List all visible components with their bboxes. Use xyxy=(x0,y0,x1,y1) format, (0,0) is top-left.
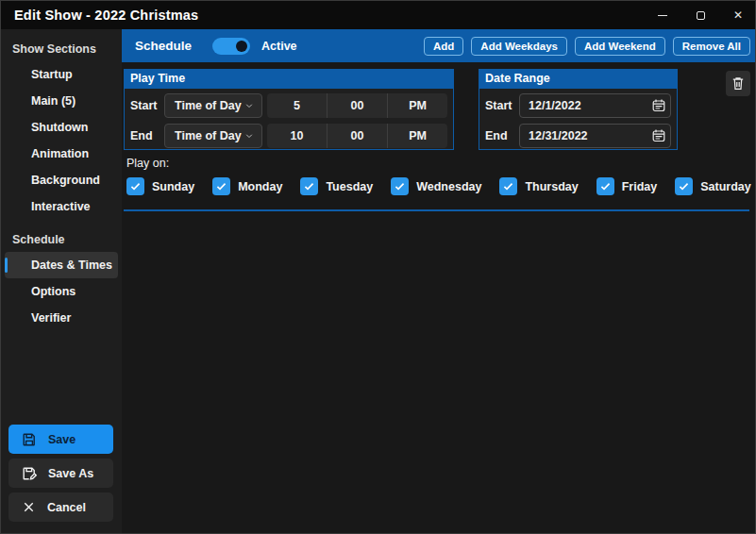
sidebar: Show Sections Startup Main (5) Shutdown … xyxy=(1,29,122,534)
show-sections-header: Show Sections xyxy=(1,29,122,61)
start-time-mode-value: Time of Day xyxy=(175,99,242,112)
day-checkbox-monday[interactable]: Monday xyxy=(212,177,282,195)
sidebar-item-startup[interactable]: Startup xyxy=(5,61,118,88)
calendar-icon xyxy=(651,98,666,113)
trash-icon xyxy=(731,75,746,92)
chevron-down-icon xyxy=(244,131,254,141)
schedule-bar-title: Schedule xyxy=(135,39,192,53)
end-label: End xyxy=(130,129,164,142)
end-date-calendar-button[interactable] xyxy=(651,128,666,143)
active-toggle[interactable] xyxy=(212,38,250,55)
day-checkbox-thursday[interactable]: Thursday xyxy=(499,177,578,195)
date-range-panel-header: Date Range xyxy=(479,70,677,89)
day-checkbox-saturday[interactable]: Saturday xyxy=(675,177,751,195)
section-divider xyxy=(124,209,749,211)
save-label: Save xyxy=(48,433,76,446)
start-hour-field[interactable]: 5 xyxy=(267,93,327,118)
schedule-header: Schedule xyxy=(1,220,122,252)
calendar-icon xyxy=(651,128,666,143)
checkbox-checked-icon xyxy=(675,177,693,195)
day-label: Monday xyxy=(238,180,282,193)
save-floppy-icon xyxy=(22,432,37,447)
start-label: Start xyxy=(485,99,519,112)
remove-all-button[interactable]: Remove All xyxy=(673,37,750,56)
start-date-calendar-button[interactable] xyxy=(651,98,666,113)
start-date-input[interactable] xyxy=(519,93,671,118)
maximize-button[interactable] xyxy=(681,1,719,29)
end-date-wrap xyxy=(519,124,671,148)
checkbox-checked-icon xyxy=(300,177,318,195)
active-toggle-label: Active xyxy=(261,40,297,53)
play-on-days-row: Sunday Monday Tuesday Wednesday Thursday… xyxy=(126,177,751,195)
date-range-start-row: Start xyxy=(485,93,671,118)
cancel-x-icon xyxy=(22,500,36,514)
close-icon: ✕ xyxy=(733,9,743,21)
day-checkbox-friday[interactable]: Friday xyxy=(596,177,658,195)
delete-schedule-button[interactable] xyxy=(726,71,750,96)
sidebar-item-background[interactable]: Background xyxy=(5,167,118,193)
edit-show-window: Edit Show - 2022 Christmas ✕ Show Sectio… xyxy=(0,0,756,534)
minimize-icon xyxy=(658,15,667,16)
day-checkbox-wednesday[interactable]: Wednesday xyxy=(391,177,481,195)
start-date-wrap xyxy=(519,93,671,118)
window-title: Edit Show - 2022 Christmas xyxy=(1,8,198,23)
play-time-panel: Play Time Start Time of Day 5 00 PM End xyxy=(124,69,454,150)
end-date-input[interactable] xyxy=(519,124,671,148)
end-minute-field[interactable]: 00 xyxy=(327,124,387,148)
checkbox-checked-icon xyxy=(126,177,144,195)
day-label: Friday xyxy=(622,180,658,193)
end-ampm-field[interactable]: PM xyxy=(387,124,447,148)
cancel-button[interactable]: Cancel xyxy=(8,492,113,522)
sidebar-item-dates-times[interactable]: Dates & Times xyxy=(5,252,118,278)
minimize-button[interactable] xyxy=(644,1,681,29)
chevron-down-icon xyxy=(244,101,254,110)
add-button[interactable]: Add xyxy=(424,37,463,56)
schedule-bar: Schedule Active Add Add Weekdays Add Wee… xyxy=(122,29,756,62)
play-time-panel-header: Play Time xyxy=(125,70,453,89)
day-label: Saturday xyxy=(700,180,751,193)
checkbox-checked-icon xyxy=(596,177,614,195)
save-as-button[interactable]: Save As xyxy=(8,459,113,488)
day-label: Thursday xyxy=(525,180,578,193)
maximize-icon xyxy=(697,11,705,20)
end-time-mode-value: Time of Day xyxy=(175,129,242,142)
day-checkbox-tuesday[interactable]: Tuesday xyxy=(300,177,373,195)
save-as-label: Save As xyxy=(48,467,93,480)
sidebar-item-verifier[interactable]: Verifier xyxy=(5,305,118,331)
date-range-panel: Date Range Start End xyxy=(479,69,678,150)
end-time-mode-dropdown[interactable]: Time of Day xyxy=(164,124,262,148)
play-time-panel-body: Start Time of Day 5 00 PM End Time of Da… xyxy=(125,89,453,153)
sidebar-item-animation[interactable]: Animation xyxy=(5,141,118,167)
start-time-group: 5 00 PM xyxy=(267,93,447,118)
close-button[interactable]: ✕ xyxy=(719,1,756,29)
sidebar-item-shutdown[interactable]: Shutdown xyxy=(5,114,118,141)
end-time-group: 10 00 PM xyxy=(267,124,447,148)
save-button[interactable]: Save xyxy=(8,425,113,454)
end-hour-field[interactable]: 10 xyxy=(267,124,327,148)
start-label: Start xyxy=(130,99,164,112)
start-minute-field[interactable]: 00 xyxy=(327,93,387,118)
save-as-floppy-pencil-icon xyxy=(22,466,37,481)
day-label: Wednesday xyxy=(416,180,481,193)
add-weekend-button[interactable]: Add Weekend xyxy=(575,37,665,56)
day-checkbox-sunday[interactable]: Sunday xyxy=(126,177,194,195)
date-range-end-row: End xyxy=(485,124,671,148)
checkbox-checked-icon xyxy=(499,177,517,195)
add-weekdays-button[interactable]: Add Weekdays xyxy=(471,37,567,56)
sidebar-item-interactive[interactable]: Interactive xyxy=(5,193,118,220)
end-label: End xyxy=(485,129,519,142)
sidebar-item-options[interactable]: Options xyxy=(5,278,118,305)
cancel-label: Cancel xyxy=(47,501,86,514)
sidebar-item-main[interactable]: Main (5) xyxy=(5,88,118,114)
day-label: Sunday xyxy=(152,180,194,193)
toggle-knob xyxy=(236,41,247,52)
window-controls: ✕ xyxy=(644,1,756,29)
start-time-mode-dropdown[interactable]: Time of Day xyxy=(164,93,262,118)
sidebar-actions: Save Save As Cancel xyxy=(8,425,113,522)
checkbox-checked-icon xyxy=(391,177,409,195)
schedule-bar-buttons: Add Add Weekdays Add Weekend Remove All xyxy=(424,29,750,62)
play-on-label: Play on: xyxy=(126,157,169,170)
schedule-content: Play Time Start Time of Day 5 00 PM End xyxy=(122,62,756,534)
start-ampm-field[interactable]: PM xyxy=(387,93,447,118)
checkbox-checked-icon xyxy=(212,177,230,195)
